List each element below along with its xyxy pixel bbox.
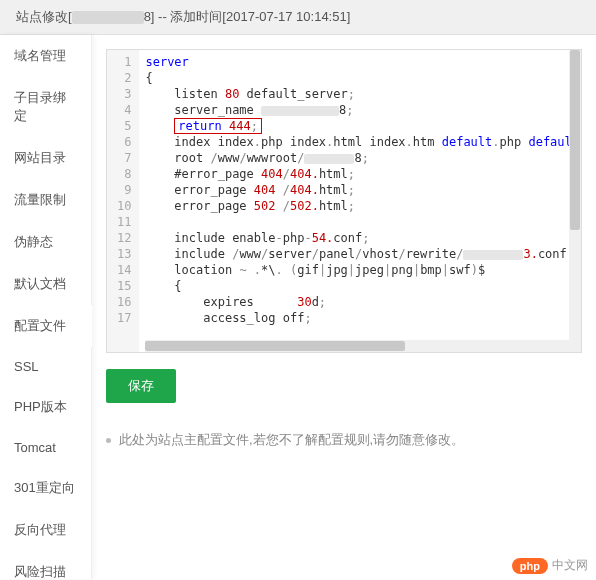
code-line: listen 80 default_server;: [145, 86, 575, 102]
bullet-icon: [106, 438, 111, 443]
code-line: expires 30d;: [145, 294, 575, 310]
tip-row: 此处为站点主配置文件,若您不了解配置规则,请勿随意修改。: [106, 431, 582, 449]
code-line: return 444;: [145, 118, 575, 134]
code-editor[interactable]: 1234567891011121314151617 server{ listen…: [106, 49, 582, 353]
watermark: php 中文网: [512, 557, 588, 574]
line-number: 17: [117, 310, 131, 326]
line-number: 13: [117, 246, 131, 262]
masked-text: [261, 106, 339, 116]
watermark-text: 中文网: [552, 557, 588, 574]
scrollbar-horizontal[interactable]: [145, 340, 569, 352]
scrollbar-corner: [569, 340, 581, 352]
header-domain-suffix: 8]: [144, 9, 155, 24]
line-number: 16: [117, 294, 131, 310]
line-number: 12: [117, 230, 131, 246]
line-number: 9: [117, 182, 131, 198]
sidebar-item-6[interactable]: 配置文件: [0, 305, 91, 347]
code-line: include enable-php-54.conf;: [145, 230, 575, 246]
header-prefix: 站点修改[: [16, 9, 72, 24]
watermark-badge: php: [512, 558, 548, 574]
code-line: error_page 502 /502.html;: [145, 198, 575, 214]
scrollbar-vertical-thumb[interactable]: [570, 50, 580, 230]
code-line: include /www/server/panel/vhost/rewrite/…: [145, 246, 575, 262]
save-button[interactable]: 保存: [106, 369, 176, 403]
sidebar-item-2[interactable]: 网站目录: [0, 137, 91, 179]
line-number: 6: [117, 134, 131, 150]
code-line: root /www/wwwroot/8;: [145, 150, 575, 166]
sidebar-item-12[interactable]: 风险扫描: [0, 551, 91, 580]
sidebar: 域名管理子目录绑定网站目录流量限制伪静态默认文档配置文件SSLPHP版本Tomc…: [0, 35, 92, 579]
sidebar-item-5[interactable]: 默认文档: [0, 263, 91, 305]
line-number: 2: [117, 70, 131, 86]
code-line: location ~ .*\. (gif|jpg|jpeg|png|bmp|sw…: [145, 262, 575, 278]
header-suffix: ]: [347, 9, 351, 24]
line-gutter: 1234567891011121314151617: [107, 50, 139, 352]
line-number: 10: [117, 198, 131, 214]
dialog-header: 站点修改[8] -- 添加时间[2017-07-17 10:14:51]: [0, 0, 596, 35]
line-number: 3: [117, 86, 131, 102]
code-line: {: [145, 70, 575, 86]
line-number: 1: [117, 54, 131, 70]
masked-text: [463, 250, 523, 260]
sidebar-item-8[interactable]: PHP版本: [0, 386, 91, 428]
line-number: 5: [117, 118, 131, 134]
sidebar-item-4[interactable]: 伪静态: [0, 221, 91, 263]
sidebar-item-11[interactable]: 反向代理: [0, 509, 91, 551]
highlight-box: return 444;: [174, 118, 262, 134]
line-number: 8: [117, 166, 131, 182]
sidebar-item-3[interactable]: 流量限制: [0, 179, 91, 221]
sidebar-item-9[interactable]: Tomcat: [0, 428, 91, 467]
code-line: error_page 404 /404.html;: [145, 182, 575, 198]
code-content[interactable]: server{ listen 80 default_server; server…: [139, 50, 581, 352]
code-line: {: [145, 278, 575, 294]
line-number: 14: [117, 262, 131, 278]
line-number: 7: [117, 150, 131, 166]
code-line: #error_page 404/404.html;: [145, 166, 575, 182]
line-number: 4: [117, 102, 131, 118]
sidebar-item-0[interactable]: 域名管理: [0, 35, 91, 77]
domain-masked: [72, 11, 144, 24]
header-timestamp: 2017-07-17 10:14:51: [226, 9, 347, 24]
code-line: access_log off;: [145, 310, 575, 326]
line-number: 11: [117, 214, 131, 230]
code-line: server_name 8;: [145, 102, 575, 118]
code-line: [145, 214, 575, 230]
sidebar-item-10[interactable]: 301重定向: [0, 467, 91, 509]
sidebar-item-7[interactable]: SSL: [0, 347, 91, 386]
header-middle: -- 添加时间[: [154, 9, 226, 24]
masked-text: [304, 154, 354, 164]
code-line: index index.php index.html index.htm def…: [145, 134, 575, 150]
scrollbar-vertical[interactable]: [569, 50, 581, 340]
sidebar-item-1[interactable]: 子目录绑定: [0, 77, 91, 137]
code-line: server: [145, 54, 575, 70]
main-panel: 1234567891011121314151617 server{ listen…: [92, 35, 596, 579]
container: 域名管理子目录绑定网站目录流量限制伪静态默认文档配置文件SSLPHP版本Tomc…: [0, 35, 596, 579]
tip-text: 此处为站点主配置文件,若您不了解配置规则,请勿随意修改。: [119, 431, 464, 449]
scrollbar-horizontal-thumb[interactable]: [145, 341, 405, 351]
line-number: 15: [117, 278, 131, 294]
